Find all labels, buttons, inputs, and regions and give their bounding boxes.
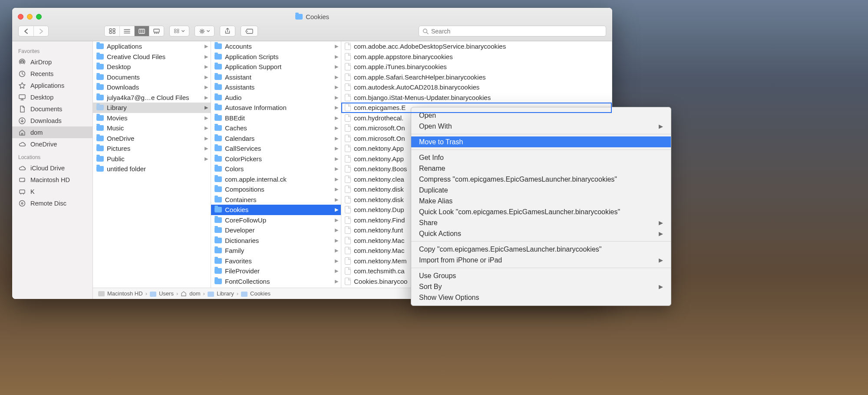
chevron-right-icon: ▶ (335, 166, 338, 172)
folder-row[interactable]: CallServices▶ (211, 143, 341, 154)
folder-row[interactable]: Cookies▶ (211, 205, 341, 215)
folder-row[interactable]: Calendars▶ (211, 133, 341, 144)
search-field[interactable] (419, 26, 606, 37)
menu-item[interactable]: Compress "com.epicgames.EpicGamesLaunche… (411, 174, 671, 185)
menu-item[interactable]: Import from iPhone or iPad▶ (411, 255, 671, 266)
sidebar-item-documents[interactable]: Documents (12, 103, 92, 115)
row-label: Assistants (225, 83, 338, 91)
sidebar-item-downloads[interactable]: Downloads (12, 115, 92, 126)
folder-row[interactable]: Library▶ (93, 103, 211, 113)
folder-row[interactable]: Colors▶ (211, 164, 341, 174)
folder-row[interactable]: FileProvider▶ (211, 266, 341, 276)
file-row[interactable]: com.adobe.acc.AdobeDesktopService.binary… (341, 41, 612, 52)
view-icons[interactable] (105, 26, 119, 36)
path-segment[interactable]: Macintosh HD (107, 290, 143, 297)
folder-row[interactable]: Containers▶ (211, 195, 341, 205)
path-segment[interactable]: Library (217, 290, 234, 297)
folder-row[interactable]: CoreFollowUp▶ (211, 215, 341, 226)
file-row[interactable]: com.apple.iTunes.binarycookies (341, 62, 612, 72)
folder-row[interactable]: Audio▶ (211, 93, 341, 103)
sidebar-item-desktop[interactable]: Desktop (12, 91, 92, 103)
menu-item-label: Open With (419, 123, 452, 130)
sidebar-item-k[interactable]: K (12, 186, 92, 197)
folder-row[interactable]: Dictionaries▶ (211, 236, 341, 246)
view-gallery[interactable] (149, 26, 164, 36)
group-by[interactable] (169, 26, 189, 37)
folder-row[interactable]: Favorites▶ (211, 256, 341, 266)
sidebar-item-remote-disc[interactable]: Remote Disc (12, 197, 92, 209)
search-input[interactable] (431, 28, 602, 35)
folder-row[interactable]: Applications▶ (93, 41, 211, 52)
folder-row[interactable]: Family▶ (211, 246, 341, 256)
file-row[interactable]: com.apple.Safari.SearchHelper.binarycook… (341, 72, 612, 83)
sidebar-item-macintosh-hd[interactable]: Macintosh HD (12, 174, 92, 186)
folder-row[interactable]: Music▶ (93, 123, 211, 133)
menu-item[interactable]: Quick Look "com.epicgames.EpicGamesLaunc… (411, 206, 671, 217)
folder-row[interactable]: Application Scripts▶ (211, 52, 341, 62)
folder-row[interactable]: Documents▶ (93, 72, 211, 83)
folder-row[interactable]: OneDrive▶ (93, 133, 211, 144)
folder-row[interactable]: Accounts▶ (211, 41, 341, 52)
menu-item[interactable]: Share▶ (411, 217, 671, 228)
sidebar-item-label: Recents (30, 70, 53, 77)
share-button[interactable] (220, 26, 235, 37)
row-label: FileProvider (225, 267, 338, 275)
back-button[interactable] (19, 26, 33, 36)
menu-item[interactable]: Show View Options (411, 292, 671, 303)
menu-item-label: Get Info (419, 154, 444, 162)
folder-row[interactable]: Developer▶ (211, 225, 341, 236)
file-row[interactable]: com.epicgames.E (341, 103, 612, 113)
menu-item[interactable]: Rename (411, 163, 671, 174)
file-row[interactable]: com.apple.appstore.binarycookies (341, 52, 612, 62)
row-label: Documents (107, 73, 208, 81)
menu-item[interactable]: Make Alias (411, 196, 671, 206)
menu-item[interactable]: Move to Trash (411, 136, 671, 147)
menu-item[interactable]: Use Groups (411, 270, 671, 281)
file-icon (345, 43, 351, 50)
sidebar-item-airdrop[interactable]: AirDrop (12, 56, 92, 68)
file-icon (345, 155, 351, 163)
folder-row[interactable]: Public▶ (93, 154, 211, 164)
path-segment[interactable]: Cookies (250, 290, 271, 297)
sidebar-item-applications[interactable]: Applications (12, 80, 92, 91)
sidebar-item-icloud-drive[interactable]: iCloud Drive (12, 162, 92, 174)
folder-row[interactable]: Caches▶ (211, 123, 341, 133)
folder-row[interactable]: Movies▶ (93, 113, 211, 123)
menu-item[interactable]: Quick Actions▶ (411, 228, 671, 239)
sidebar-item-recents[interactable]: Recents (12, 68, 92, 80)
tags-button[interactable] (241, 26, 258, 37)
folder-row[interactable]: Desktop▶ (93, 62, 211, 72)
file-row[interactable]: com.bjango.iStat-Menus-Updater.binarycoo… (341, 93, 612, 103)
path-segment[interactable]: dom (189, 290, 200, 297)
folder-row[interactable]: Compositions▶ (211, 184, 341, 195)
forward-button[interactable] (33, 26, 48, 36)
row-label: OneDrive (107, 135, 208, 142)
folder-row[interactable]: Assistants▶ (211, 82, 341, 93)
sidebar-item-dom[interactable]: dom (12, 126, 92, 138)
folder-row[interactable]: Creative Cloud Files▶ (93, 52, 211, 62)
folder-row[interactable]: Pictures▶ (93, 143, 211, 154)
file-row[interactable]: com.autodesk.AutoCAD2018.binarycookies (341, 82, 612, 93)
folder-row[interactable]: Assistant▶ (211, 72, 341, 83)
folder-row[interactable]: julya4ka7@g…e Cloud Files▶ (93, 93, 211, 103)
menu-item[interactable]: Sort By▶ (411, 281, 671, 292)
view-list[interactable] (119, 26, 134, 36)
folder-row[interactable]: untitled folder (93, 164, 211, 174)
folder-row[interactable]: Downloads▶ (93, 82, 211, 93)
folder-row[interactable]: BBEdit▶ (211, 113, 341, 123)
folder-row[interactable]: com.apple.internal.ck▶ (211, 174, 341, 185)
menu-item[interactable]: Copy "com.epicgames.EpicGamesLauncher.bi… (411, 244, 671, 255)
action-menu[interactable] (195, 26, 215, 37)
menu-item[interactable]: Get Info (411, 152, 671, 163)
view-columns[interactable] (134, 26, 149, 36)
folder-row[interactable]: Autosave Information▶ (211, 103, 341, 113)
menu-item[interactable]: Duplicate (411, 185, 671, 196)
path-segment[interactable]: Users (159, 290, 174, 297)
menu-item[interactable]: Open With▶ (411, 121, 671, 132)
chevron-right-icon: ▶ (335, 146, 338, 151)
folder-row[interactable]: ColorPickers▶ (211, 154, 341, 164)
folder-row[interactable]: Application Support▶ (211, 62, 341, 72)
chevron-right-icon: ▶ (659, 283, 663, 290)
folder-row[interactable]: FontCollections▶ (211, 276, 341, 287)
sidebar-item-onedrive[interactable]: OneDrive (12, 138, 92, 150)
